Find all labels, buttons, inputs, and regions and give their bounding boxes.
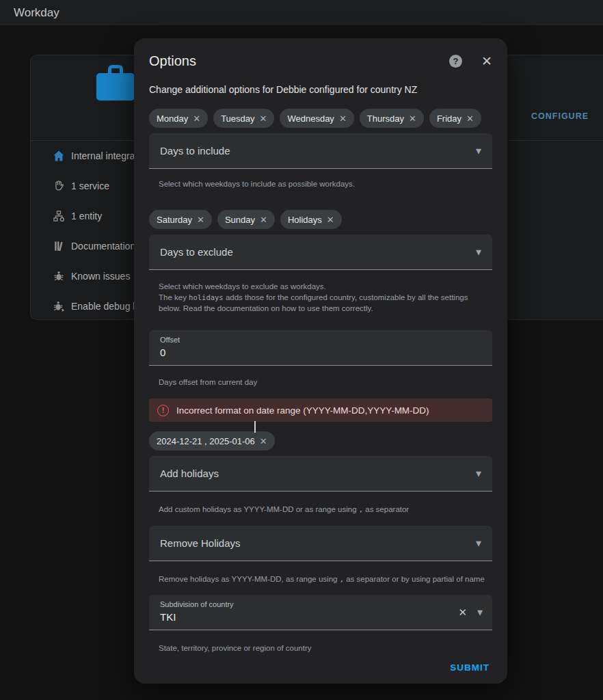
chip-label: Wednesday — [287, 113, 334, 124]
chip-label: Friday — [437, 113, 461, 124]
chip-label: Thursday — [367, 113, 404, 124]
exclude-helper-text: Select which weekdays to exclude as work… — [149, 281, 492, 314]
chip-remove-icon[interactable]: ✕ — [193, 113, 200, 124]
select-label: Add holidays — [160, 468, 219, 479]
chip-label: Monday — [157, 113, 188, 124]
chip-sunday[interactable]: Sunday✕ — [217, 210, 275, 229]
card-row-label: 1 entity — [71, 211, 102, 221]
chip-remove-icon[interactable]: ✕ — [466, 113, 474, 124]
chevron-down-icon[interactable]: ▾ — [477, 606, 483, 619]
chip-label: Tuesday — [221, 113, 254, 124]
entity-icon — [52, 209, 66, 223]
chevron-down-icon: ▾ — [476, 467, 481, 480]
chip-tuesday[interactable]: Tuesday✕ — [213, 109, 274, 128]
error-message: Incorrect format on date range (YYYY-MM-… — [176, 405, 429, 416]
debug-icon — [52, 299, 66, 313]
bug-icon — [52, 269, 66, 283]
chip-label: Saturday — [157, 215, 192, 225]
card-row-label: 1 service — [71, 180, 109, 191]
offset-field[interactable]: Offset 0 — [149, 330, 492, 366]
card-row-label: Known issues — [71, 271, 130, 282]
chip-remove-icon[interactable]: ✕ — [197, 215, 204, 225]
helper-text-part: Add custom holidays as YYYY-MM-DD or as … — [159, 505, 359, 513]
remove-holidays-helper-text: Remove holidays as YYYY-MM-DD, as range … — [149, 574, 492, 584]
error-icon: ! — [157, 405, 169, 416]
app-header: Workday — [0, 0, 603, 25]
dialog-title-row: Options ? ✕ — [149, 38, 492, 69]
chevron-down-icon: ▾ — [476, 144, 481, 157]
close-icon[interactable]: ✕ — [481, 55, 492, 68]
offset-field-label: Offset — [160, 336, 481, 344]
text-cursor — [254, 421, 256, 433]
subdivision-field-label: Subdivision of country — [160, 600, 481, 608]
card-row-label: Documentation — [71, 241, 135, 252]
chip-remove-icon[interactable]: ✕ — [260, 113, 267, 124]
subdivision-field[interactable]: Subdivision of country TKI ✕ ▾ — [149, 595, 492, 630]
select-label: Days to include — [160, 145, 230, 157]
home-assistant-icon — [52, 149, 66, 163]
chip-wednesday[interactable]: Wednesday✕ — [280, 109, 353, 128]
chip-remove-icon[interactable]: ✕ — [409, 113, 416, 124]
helper-text-part: as separator — [363, 505, 409, 513]
chip-remove-icon[interactable]: ✕ — [327, 215, 334, 225]
chip-remove-icon[interactable]: ✕ — [339, 113, 347, 124]
workday-integration-icon — [96, 65, 135, 100]
chevron-down-icon: ▾ — [476, 537, 481, 550]
subdivision-helper-text: State, territory, province or region of … — [149, 643, 492, 654]
helper-text-part: as separator or by using partial of name — [344, 575, 485, 583]
exclude-chips-row: Saturday✕ Sunday✕ Holidays✕ — [149, 210, 492, 229]
card-row-label: Internal integrati — [71, 150, 139, 161]
chip-label: 2024-12-21 , 2025-01-06 — [157, 436, 255, 446]
documentation-icon — [52, 239, 66, 253]
chip-label: Sunday — [225, 215, 255, 225]
error-alert: ! Incorrect format on date range (YYYY-M… — [149, 399, 492, 422]
select-label: Remove Holidays — [160, 537, 241, 549]
chip-saturday[interactable]: Saturday✕ — [149, 210, 212, 229]
helper-text-part: Remove holidays as YYYY-MM-DD, as range … — [159, 575, 340, 583]
remove-holidays-select[interactable]: Remove Holidays ▾ — [149, 526, 492, 561]
chip-date-range[interactable]: 2024-12-21 , 2025-01-06✕ — [149, 431, 275, 450]
days-to-exclude-select[interactable]: Days to exclude ▾ — [149, 234, 492, 270]
chip-remove-icon[interactable]: ✕ — [260, 215, 267, 225]
chip-holidays[interactable]: Holidays✕ — [280, 210, 342, 229]
offset-helper-text: Days offset from current day — [149, 377, 492, 388]
help-icon[interactable]: ? — [449, 55, 462, 68]
offset-field-value: 0 — [160, 347, 481, 358]
subdivision-field-icons: ✕ ▾ — [458, 606, 483, 619]
clear-icon[interactable]: ✕ — [458, 606, 467, 618]
helper-code: holidays — [189, 293, 224, 301]
page-title: Workday — [14, 6, 59, 20]
service-icon — [52, 179, 66, 193]
subdivision-field-value: TKI — [160, 611, 481, 623]
briefcase-body-icon — [96, 73, 135, 100]
options-dialog: Options ? ✕ Change additional options fo… — [134, 38, 507, 684]
chip-label: Holidays — [288, 215, 322, 225]
include-chips-row: Monday✕ Tuesday✕ Wednesday✕ Thursday✕ Fr… — [149, 109, 492, 128]
submit-button[interactable]: SUBMIT — [450, 662, 490, 673]
select-label: Days to exclude — [160, 246, 233, 258]
chip-thursday[interactable]: Thursday✕ — [360, 109, 424, 128]
dialog-subtitle: Change additional options for Debbie con… — [149, 84, 492, 95]
chevron-down-icon: ▾ — [476, 245, 481, 258]
include-helper-text: Select which weekdays to include as poss… — [149, 178, 492, 189]
configure-button[interactable]: CONFIGURE — [531, 111, 589, 121]
days-to-include-select[interactable]: Days to include ▾ — [149, 133, 492, 169]
date-chip-row: 2024-12-21 , 2025-01-06✕ — [149, 431, 492, 450]
add-holidays-helper-text: Add custom holidays as YYYY-MM-DD or as … — [149, 504, 492, 515]
chip-friday[interactable]: Friday✕ — [429, 109, 481, 128]
chip-monday[interactable]: Monday✕ — [149, 109, 208, 128]
add-holidays-select[interactable]: Add holidays ▾ — [149, 456, 492, 492]
card-row-label: Enable debug lo — [71, 301, 140, 312]
dialog-title: Options — [149, 53, 196, 69]
chip-remove-icon[interactable]: ✕ — [260, 436, 267, 446]
